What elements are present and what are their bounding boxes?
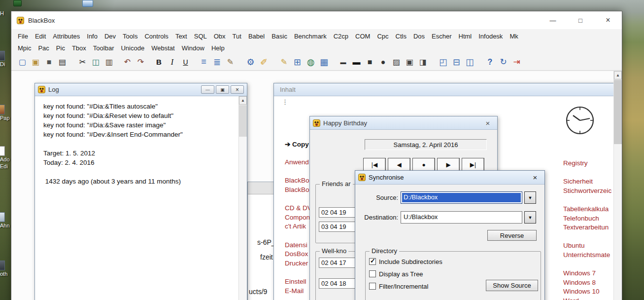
inhalt-link[interactable]: E-Mail	[285, 287, 312, 297]
menu-item[interactable]: Infodesk	[475, 33, 506, 40]
inhalt-link[interactable]: Registry	[563, 159, 611, 169]
maximize-button[interactable]: □	[567, 11, 594, 29]
menu-item[interactable]: Tut	[229, 33, 245, 40]
menu-item[interactable]: Tbox	[68, 44, 90, 52]
align-justify-icon[interactable]: ≣	[211, 56, 223, 68]
checkbox-row[interactable]: Include Subdirectories	[369, 258, 442, 265]
menu-item[interactable]: Text	[172, 33, 191, 40]
web-browser-icon[interactable]: ◍	[305, 56, 317, 68]
menu-item[interactable]: Obx	[210, 33, 229, 40]
desktop-shortcut-icon[interactable]	[13, 0, 22, 6]
menu-item[interactable]: Pac	[34, 44, 52, 52]
inhalt-link[interactable]: BlackBo	[285, 186, 312, 195]
background-document-window[interactable]: s-6P_3 fzeit ucts/9	[247, 182, 275, 300]
synchronise-titlebar[interactable]: Synchronise ×	[355, 171, 544, 185]
menu-item[interactable]: Pic	[53, 44, 68, 52]
bold-button[interactable]: B	[153, 56, 165, 68]
menu-item[interactable]: Escher	[428, 33, 455, 40]
spellcheck-icon[interactable]: ✎	[224, 56, 237, 68]
italic-button[interactable]: I	[166, 56, 178, 68]
underline-button[interactable]: U	[179, 56, 192, 68]
open-document-icon[interactable]: ▣	[30, 56, 42, 68]
inhalt-link[interactable]	[563, 169, 611, 178]
inhalt-link[interactable]: Einstell	[285, 278, 312, 287]
inhalt-link[interactable]: Telefonbuch	[563, 215, 611, 224]
today-button[interactable]: ●	[412, 158, 435, 171]
desktop-icon[interactable]: Ado Edi	[0, 146, 10, 170]
inhalt-link[interactable]	[285, 150, 312, 159]
menu-item[interactable]: Benchmark	[291, 33, 330, 40]
reverse-button[interactable]: Reverse	[487, 230, 537, 241]
inhalt-link[interactable]: ➔ Copy	[285, 140, 312, 150]
print-icon[interactable]: ▤	[56, 56, 68, 68]
menu-item[interactable]: Mk	[506, 33, 521, 40]
title-bar[interactable]: BlackBox — □ ×	[11, 11, 622, 29]
inhalt-link[interactable]: Windows 7	[563, 269, 611, 279]
inhalt-link[interactable]: Datensi	[285, 241, 312, 251]
inhalt-link[interactable]: c't Artik	[285, 223, 312, 232]
desktop-shortcut-icon[interactable]	[82, 0, 93, 7]
desktop-icon[interactable]: oth	[0, 261, 10, 277]
inhalt-link[interactable]: Sicherheit	[563, 178, 611, 187]
menu-item[interactable]: Controls	[141, 33, 171, 40]
inhalt-link[interactable]	[563, 261, 611, 270]
menu-item[interactable]: Help	[208, 44, 228, 52]
next-button[interactable]: ▶	[437, 158, 460, 171]
happy-birthday-titlebar[interactable]: Happy Birthday ×	[310, 116, 497, 130]
menu-item[interactable]: Toolbar	[90, 44, 118, 52]
close-button[interactable]: ×	[231, 85, 244, 94]
inhalt-link[interactable]: Anwend	[285, 158, 312, 168]
destination-dropdown-button[interactable]: ▼	[524, 211, 536, 224]
log-text-area[interactable]: key not found: "#Dia:&Titles autoscale"k…	[35, 96, 238, 300]
menu-item[interactable]: Html	[455, 33, 475, 40]
new-document-icon[interactable]: ▢	[16, 56, 29, 68]
copy-icon[interactable]: ◫	[90, 56, 102, 68]
inhalt-link[interactable]: Word	[563, 297, 611, 300]
redo-icon[interactable]: ↷	[135, 56, 147, 68]
last-button[interactable]: ▶|	[462, 158, 484, 171]
dotted-frame-icon[interactable]: ▨	[390, 56, 403, 68]
menu-item[interactable]: File	[14, 33, 32, 40]
inhalt-link[interactable]: Stichwortverzeic	[563, 187, 611, 196]
menu-item[interactable]: Edit	[32, 33, 49, 40]
desktop-icon[interactable]: Pap	[0, 105, 10, 121]
menu-item[interactable]: Babel	[245, 33, 268, 40]
filled-circle-icon[interactable]: ●	[377, 56, 389, 68]
menu-item[interactable]: COM	[352, 33, 373, 40]
inhalt-titlebar[interactable]: Inhalt	[274, 83, 615, 96]
previous-button[interactable]: ◀	[388, 158, 410, 171]
destination-input[interactable]: U:/Blackbox	[401, 211, 522, 224]
scroll-up-arrow[interactable]: ▲	[614, 71, 622, 79]
inhalt-link[interactable]: Drucker	[285, 260, 312, 269]
close-button[interactable]: ×	[529, 173, 542, 182]
menu-item[interactable]: Dos	[410, 33, 428, 40]
filled-square-icon[interactable]: ■	[364, 56, 376, 68]
menu-item[interactable]: C2cp	[330, 33, 352, 40]
inhalt-link[interactable]: Windows 8	[563, 279, 611, 288]
exit-icon[interactable]: ⇥	[510, 56, 523, 68]
inhalt-link[interactable]: Tabellenkalkula	[563, 205, 611, 215]
menu-item[interactable]: Mpic	[14, 44, 34, 52]
menu-item[interactable]: Cpc	[373, 33, 392, 40]
cascade-windows-icon[interactable]: ◰	[437, 56, 449, 68]
minimize-button[interactable]: —	[539, 11, 567, 29]
close-button[interactable]: ×	[481, 119, 494, 127]
settings-gear-icon[interactable]: ⚙	[244, 56, 257, 68]
desktop-icon[interactable]: H	[0, 10, 10, 17]
refresh-icon[interactable]: ↻	[497, 56, 509, 68]
menu-item[interactable]: Unicode	[117, 44, 148, 52]
desktop-icon[interactable]: Ahn	[0, 212, 10, 229]
show-source-button[interactable]: Show Source	[486, 280, 538, 291]
menu-item[interactable]: Tools	[119, 33, 141, 40]
desktop-icon[interactable]: Di	[0, 51, 10, 68]
close-button[interactable]: ×	[594, 11, 622, 29]
menu-item[interactable]: Ctls	[392, 33, 410, 40]
first-button[interactable]: |◀	[363, 158, 386, 171]
source-dropdown-button[interactable]: ▼	[524, 191, 536, 204]
menu-item[interactable]: Webstat	[148, 44, 178, 52]
thick-rule-icon[interactable]: ▬	[350, 56, 363, 68]
inhalt-link[interactable]: DosBox	[285, 250, 312, 260]
inhalt-link[interactable]: Compon	[285, 214, 312, 223]
restore-button[interactable]: ▣	[216, 85, 229, 94]
tile-vertical-icon[interactable]: ◫	[464, 56, 476, 68]
